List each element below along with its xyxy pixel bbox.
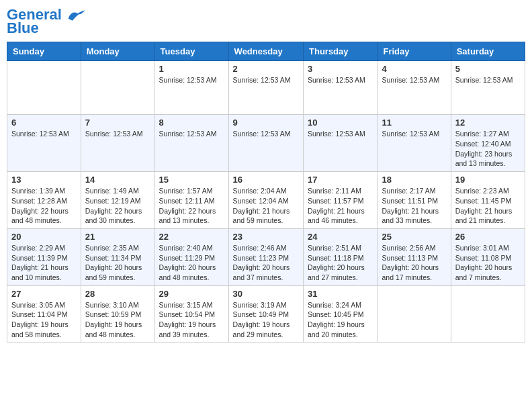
weekday-header: Sunday	[7, 42, 81, 61]
cell-info: Sunrise: 2:04 AMSunset: 12:04 AMDaylight…	[233, 186, 299, 226]
calendar-cell: 11Sunrise: 12:53 AM	[378, 115, 451, 172]
cell-info: Sunrise: 12:53 AM	[233, 75, 299, 85]
day-number: 13	[11, 175, 77, 185]
calendar-cell: 6Sunrise: 12:53 AM	[7, 115, 81, 172]
weekday-header: Wednesday	[228, 42, 303, 61]
calendar-week-row: 13Sunrise: 1:39 AMSunset: 12:28 AMDaylig…	[7, 172, 525, 229]
cell-info: Sunrise: 3:19 AMSunset: 10:49 PMDaylight…	[233, 300, 299, 340]
cell-info: Sunrise: 2:40 AMSunset: 11:29 PMDaylight…	[159, 243, 224, 283]
cell-info: Sunrise: 1:57 AMSunset: 12:11 AMDaylight…	[159, 186, 224, 226]
day-number: 10	[308, 118, 373, 128]
day-number: 17	[308, 175, 373, 185]
cell-info: Sunrise: 2:17 AMSunset: 11:51 PMDaylight…	[382, 186, 446, 226]
calendar-cell: 9Sunrise: 12:53 AM	[228, 115, 303, 172]
day-number: 15	[159, 175, 224, 185]
calendar-cell: 3Sunrise: 12:53 AM	[304, 61, 378, 115]
day-number: 5	[455, 64, 521, 74]
day-number: 31	[308, 289, 373, 299]
day-number: 4	[382, 64, 446, 74]
day-number: 24	[308, 232, 373, 242]
cell-info: Sunrise: 3:24 AMSunset: 10:45 PMDaylight…	[308, 300, 373, 340]
day-number: 12	[455, 118, 521, 128]
calendar-cell: 19Sunrise: 2:23 AMSunset: 11:45 PMDaylig…	[451, 172, 525, 229]
calendar-cell: 17Sunrise: 2:11 AMSunset: 11:57 PMDaylig…	[304, 172, 378, 229]
cell-info: Sunrise: 2:51 AMSunset: 11:18 PMDaylight…	[308, 243, 373, 283]
cell-info: Sunrise: 1:39 AMSunset: 12:28 AMDaylight…	[11, 186, 77, 226]
day-number: 29	[159, 289, 224, 299]
calendar-header-row: SundayMondayTuesdayWednesdayThursdayFrid…	[7, 42, 525, 61]
calendar-cell: 30Sunrise: 3:19 AMSunset: 10:49 PMDaylig…	[228, 285, 303, 342]
day-number: 22	[159, 232, 224, 242]
calendar-cell	[378, 285, 451, 342]
weekday-header: Friday	[378, 42, 451, 61]
calendar-cell: 12Sunrise: 1:27 AMSunset: 12:40 AMDaylig…	[451, 115, 525, 172]
day-number: 1	[159, 64, 224, 74]
cell-info: Sunrise: 3:01 AMSunset: 11:08 PMDaylight…	[455, 243, 521, 283]
calendar-cell: 25Sunrise: 2:56 AMSunset: 11:13 PMDaylig…	[378, 228, 451, 285]
logo: General Blue	[7, 7, 86, 36]
weekday-header: Thursday	[304, 42, 378, 61]
day-number: 3	[308, 64, 373, 74]
cell-info: Sunrise: 12:53 AM	[159, 129, 224, 139]
cell-info: Sunrise: 12:53 AM	[11, 129, 77, 139]
cell-info: Sunrise: 1:49 AMSunset: 12:19 AMDaylight…	[85, 186, 150, 226]
cell-info: Sunrise: 3:15 AMSunset: 10:54 PMDaylight…	[159, 300, 224, 340]
day-number: 14	[85, 175, 150, 185]
cell-info: Sunrise: 2:11 AMSunset: 11:57 PMDaylight…	[308, 186, 373, 226]
day-number: 8	[159, 118, 224, 128]
calendar-cell: 15Sunrise: 1:57 AMSunset: 12:11 AMDaylig…	[154, 172, 228, 229]
day-number: 18	[382, 175, 446, 185]
day-number: 2	[233, 64, 299, 74]
calendar-cell: 21Sunrise: 2:35 AMSunset: 11:34 PMDaylig…	[81, 228, 154, 285]
day-number: 25	[382, 232, 446, 242]
calendar-cell: 28Sunrise: 3:10 AMSunset: 10:59 PMDaylig…	[81, 285, 154, 342]
calendar-week-row: 6Sunrise: 12:53 AM7Sunrise: 12:53 AM8Sun…	[7, 115, 525, 172]
day-number: 6	[11, 118, 77, 128]
weekday-header: Saturday	[451, 42, 525, 61]
calendar-cell: 5Sunrise: 12:53 AM	[451, 61, 525, 115]
calendar-cell: 29Sunrise: 3:15 AMSunset: 10:54 PMDaylig…	[154, 285, 228, 342]
calendar-cell: 2Sunrise: 12:53 AM	[228, 61, 303, 115]
day-number: 20	[11, 232, 77, 242]
day-number: 21	[85, 232, 150, 242]
calendar-cell: 31Sunrise: 3:24 AMSunset: 10:45 PMDaylig…	[304, 285, 378, 342]
calendar-week-row: 27Sunrise: 3:05 AMSunset: 11:04 PMDaylig…	[7, 285, 525, 342]
day-number: 11	[382, 118, 446, 128]
calendar-cell: 16Sunrise: 2:04 AMSunset: 12:04 AMDaylig…	[228, 172, 303, 229]
calendar-cell: 26Sunrise: 3:01 AMSunset: 11:08 PMDaylig…	[451, 228, 525, 285]
calendar-cell	[451, 285, 525, 342]
day-number: 23	[233, 232, 299, 242]
calendar-cell: 10Sunrise: 12:53 AM	[304, 115, 378, 172]
calendar-cell: 22Sunrise: 2:40 AMSunset: 11:29 PMDaylig…	[154, 228, 228, 285]
cell-info: Sunrise: 3:10 AMSunset: 10:59 PMDaylight…	[85, 300, 150, 340]
day-number: 7	[85, 118, 150, 128]
calendar-cell	[7, 61, 81, 115]
calendar-week-row: 1Sunrise: 12:53 AM2Sunrise: 12:53 AM3Sun…	[7, 61, 525, 115]
day-number: 30	[233, 289, 299, 299]
calendar-cell: 24Sunrise: 2:51 AMSunset: 11:18 PMDaylig…	[304, 228, 378, 285]
cell-info: Sunrise: 2:35 AMSunset: 11:34 PMDaylight…	[85, 243, 150, 283]
day-number: 26	[455, 232, 521, 242]
calendar-cell: 27Sunrise: 3:05 AMSunset: 11:04 PMDaylig…	[7, 285, 81, 342]
calendar-cell: 8Sunrise: 12:53 AM	[154, 115, 228, 172]
cell-info: Sunrise: 2:29 AMSunset: 11:39 PMDaylight…	[11, 243, 77, 283]
calendar-cell	[81, 61, 154, 115]
cell-info: Sunrise: 12:53 AM	[308, 129, 373, 139]
calendar-cell: 18Sunrise: 2:17 AMSunset: 11:51 PMDaylig…	[378, 172, 451, 229]
day-number: 28	[85, 289, 150, 299]
cell-info: Sunrise: 12:53 AM	[382, 129, 446, 139]
calendar: SundayMondayTuesdayWednesdayThursdayFrid…	[7, 42, 525, 342]
cell-info: Sunrise: 12:53 AM	[233, 129, 299, 139]
calendar-cell: 13Sunrise: 1:39 AMSunset: 12:28 AMDaylig…	[7, 172, 81, 229]
cell-info: Sunrise: 12:53 AM	[382, 75, 446, 85]
cell-info: Sunrise: 1:27 AMSunset: 12:40 AMDaylight…	[455, 129, 521, 169]
calendar-cell: 7Sunrise: 12:53 AM	[81, 115, 154, 172]
cell-info: Sunrise: 2:46 AMSunset: 11:23 PMDaylight…	[233, 243, 299, 283]
calendar-cell: 20Sunrise: 2:29 AMSunset: 11:39 PMDaylig…	[7, 228, 81, 285]
calendar-cell: 1Sunrise: 12:53 AM	[154, 61, 228, 115]
day-number: 27	[11, 289, 77, 299]
calendar-cell: 14Sunrise: 1:49 AMSunset: 12:19 AMDaylig…	[81, 172, 154, 229]
calendar-cell: 4Sunrise: 12:53 AM	[378, 61, 451, 115]
weekday-header: Tuesday	[154, 42, 228, 61]
weekday-header: Monday	[81, 42, 154, 61]
